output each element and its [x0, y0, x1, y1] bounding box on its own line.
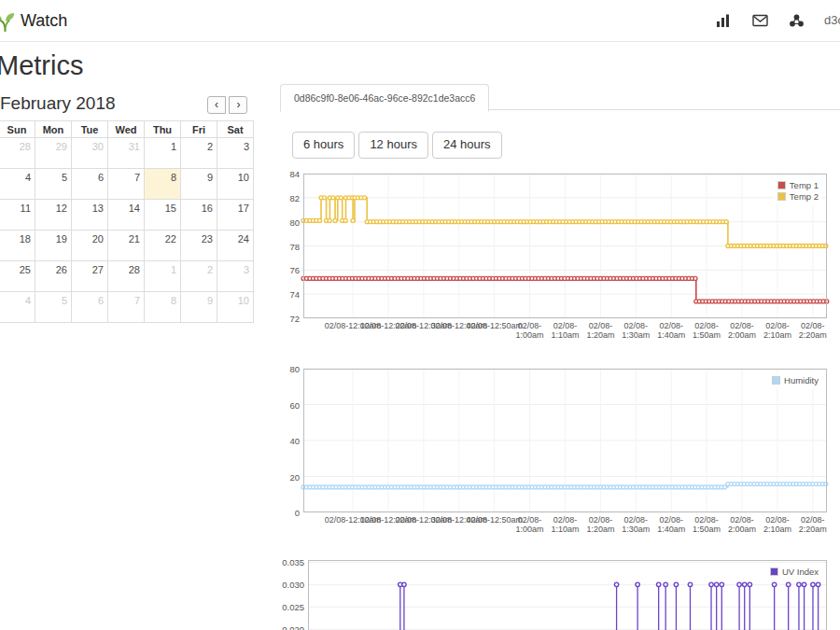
calendar-day-cell[interactable]: 26: [35, 261, 72, 292]
x-tick-label: 02/08-12:50am: [466, 515, 523, 525]
chart-plot-area: [303, 174, 827, 318]
uv-index-chart: 0.0200.0250.0300.035UV Index: [308, 560, 827, 630]
calendar-day-cell[interactable]: 9: [181, 292, 217, 323]
brand-link[interactable]: Watch: [0, 8, 67, 34]
calendar-day-header: Thu: [145, 121, 181, 138]
range-button-6-hours[interactable]: 6 hours: [292, 132, 355, 159]
user-id[interactable]: d3c: [824, 13, 840, 27]
calendar-day-cell[interactable]: 5: [35, 292, 72, 323]
calendar-day-cell[interactable]: 4: [0, 169, 35, 200]
calendar-day-cell[interactable]: 28: [108, 261, 145, 292]
calendar-day-cell[interactable]: 9: [181, 169, 217, 200]
y-tick-label: 60: [259, 400, 300, 411]
top-navbar: Watch d3c: [0, 0, 840, 42]
calendar-day-cell[interactable]: 19: [35, 231, 72, 261]
y-tick-label: 80: [259, 217, 300, 228]
device-tab[interactable]: 0d86c9f0-8e06-46ac-96ce-892c1de3acc6: [280, 84, 489, 112]
chart-legend: UV Index: [766, 564, 822, 580]
mail-icon[interactable]: [751, 12, 768, 28]
x-tick-label: 02/08-1:40am: [657, 515, 685, 534]
calendar-day-cell[interactable]: 4: [0, 292, 35, 323]
calendar-day-cell[interactable]: 3: [217, 261, 254, 292]
y-tick-label: 72: [259, 314, 300, 324]
x-tick-label: 02/08-2:00am: [728, 321, 756, 340]
calendar-week-row: 45678910: [0, 169, 254, 200]
x-tick-label: 02/08-2:10am: [763, 515, 791, 534]
calendar-day-cell[interactable]: 11: [0, 200, 35, 231]
calendar-day-header: Mon: [35, 121, 72, 138]
y-tick-label: 74: [259, 289, 300, 300]
calendar-day-cell[interactable]: 15: [145, 200, 181, 231]
calendar-day-cell[interactable]: 1: [145, 261, 181, 292]
x-tick-label: 02/08-1:20am: [586, 321, 614, 340]
calendar-day-cell[interactable]: 7: [108, 169, 145, 200]
calendar-day-cell[interactable]: 30: [72, 138, 108, 169]
calendar-day-cell[interactable]: 2: [181, 261, 217, 292]
calendar-day-cell[interactable]: 23: [181, 231, 217, 261]
calendar-day-cell[interactable]: 18: [0, 231, 35, 261]
calendar-day-cell[interactable]: 8: [145, 292, 181, 323]
legend-entry: Humidity: [772, 375, 819, 385]
calendar-nav: ‹ ›: [207, 95, 247, 114]
x-tick-label: 02/08-1:10am: [551, 321, 579, 340]
calendar-day-cell[interactable]: 10: [217, 292, 254, 323]
calendar-day-header: Wed: [108, 121, 145, 138]
legend-label: Temp 2: [790, 191, 819, 202]
chart-legend: Temp 1Temp 2: [774, 177, 822, 204]
calendar-day-cell[interactable]: 22: [145, 231, 181, 261]
calendar-day-cell[interactable]: 16: [181, 200, 217, 231]
calendar-day-header: Tue: [72, 121, 108, 138]
legend-label: Humidity: [784, 375, 819, 385]
calendar-week-row: 18192021222324: [0, 231, 254, 261]
x-tick-label: 02/08-12:50am: [466, 321, 523, 330]
calendar-day-cell[interactable]: 24: [217, 231, 254, 261]
calendar-day-cell[interactable]: 17: [217, 200, 254, 231]
cluster-icon[interactable]: [788, 12, 805, 28]
calendar-day-cell[interactable]: 28: [0, 138, 35, 169]
calendar-prev-button[interactable]: ‹: [207, 96, 226, 114]
calendar-week-row: 28293031123: [0, 138, 254, 169]
calendar-day-cell[interactable]: 29: [35, 138, 72, 169]
calendar-day-cell[interactable]: 27: [72, 261, 108, 292]
calendar-next-button[interactable]: ›: [229, 96, 247, 114]
calendar-week-row: 45678910: [0, 292, 254, 323]
y-tick-label: 20: [259, 472, 300, 483]
x-tick-label: 02/08-2:00am: [728, 515, 756, 534]
bar-chart-icon[interactable]: [715, 12, 732, 28]
page-title: Metrics: [0, 50, 83, 81]
range-button-24-hours[interactable]: 24 hours: [432, 132, 502, 159]
calendar-day-cell[interactable]: 8: [145, 169, 181, 200]
navbar-actions: d3c: [715, 12, 840, 28]
range-buttons: 6 hours12 hours24 hours: [292, 132, 506, 159]
temperature-chart: 7274767880828402/08-12:10am02/08-12:20am…: [303, 174, 827, 318]
calendar-day-cell[interactable]: 1: [145, 138, 181, 169]
calendar-day-cell[interactable]: 20: [72, 231, 108, 261]
y-tick-label: 0: [259, 508, 300, 518]
y-tick-label: 76: [259, 265, 300, 275]
calendar-day-header: Sat: [217, 121, 254, 138]
calendar-day-cell[interactable]: 10: [217, 169, 254, 200]
x-tick-label: 02/08-1:40am: [657, 321, 685, 340]
calendar-day-cell[interactable]: 14: [108, 200, 145, 231]
calendar-day-cell[interactable]: 2: [181, 138, 217, 169]
legend-label: Temp 1: [790, 180, 819, 190]
calendar-day-cell[interactable]: 3: [217, 138, 254, 169]
calendar-day-cell[interactable]: 25: [0, 261, 35, 292]
calendar-day-cell[interactable]: 31: [108, 138, 145, 169]
calendar-day-cell[interactable]: 6: [72, 292, 108, 323]
brand-text: Watch: [21, 11, 67, 31]
legend-swatch: [777, 192, 786, 201]
legend-entry: Temp 1: [777, 180, 819, 190]
calendar-day-cell[interactable]: 21: [108, 231, 145, 261]
calendar-day-cell[interactable]: 7: [108, 292, 145, 323]
range-button-12-hours[interactable]: 12 hours: [358, 132, 428, 159]
legend-swatch: [770, 567, 778, 576]
calendar-week-row: 25262728123: [0, 261, 254, 292]
plant-logo-icon: [0, 8, 18, 34]
calendar-day-cell[interactable]: 13: [72, 200, 108, 231]
y-tick-label: 40: [259, 436, 300, 446]
calendar-day-cell[interactable]: 12: [35, 200, 72, 231]
calendar-day-cell[interactable]: 5: [35, 169, 72, 200]
y-tick-label: 0.030: [263, 580, 304, 590]
calendar-day-cell[interactable]: 6: [72, 169, 108, 200]
